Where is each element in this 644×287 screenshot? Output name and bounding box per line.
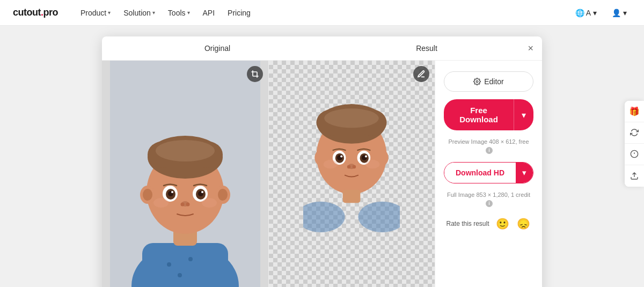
original-image (102, 61, 268, 287)
language-selector[interactable]: 🌐 A ▾ (571, 6, 601, 19)
nav-product[interactable]: Product ▾ (75, 5, 116, 20)
chevron-down-icon: ▾ (522, 168, 526, 177)
thumbs-down-button[interactable]: 😞 (516, 217, 531, 230)
result-image (269, 61, 435, 287)
free-download-button[interactable]: Free Download (444, 99, 514, 130)
svg-point-3 (167, 262, 171, 267)
svg-point-50 (365, 160, 379, 168)
right-sidebar: 🎁 (625, 101, 644, 187)
nav-solution[interactable]: Solution ▾ (118, 5, 160, 20)
svg-rect-2 (142, 243, 228, 287)
main-nav: Product ▾ Solution ▾ Tools ▾ API Pricing (75, 5, 571, 20)
original-label: Original (113, 44, 322, 53)
edit-icon[interactable] (413, 66, 429, 82)
svg-point-25 (180, 203, 184, 207)
main-content: Original Result × (0, 26, 644, 287)
full-image-info: Full Image 853 × 1,280, 1 credit i (444, 191, 533, 208)
svg-point-54 (476, 80, 478, 83)
svg-point-44 (340, 155, 342, 157)
dialog-header-cols: Original Result (113, 44, 531, 53)
free-download-group: Free Download ▾ (444, 99, 533, 130)
svg-point-23 (201, 191, 203, 193)
original-image-pane (102, 61, 269, 287)
chevron-down-icon: ▾ (108, 10, 111, 16)
thumbs-up-button[interactable]: 🙂 (495, 217, 510, 230)
alert-sidebar-button[interactable] (625, 144, 644, 165)
svg-point-15 (156, 140, 215, 161)
close-button[interactable]: × (528, 43, 533, 53)
nav-api[interactable]: API (197, 5, 221, 20)
rate-section: Rate this result 🙂 😞 (444, 217, 533, 230)
download-hd-button[interactable]: Download HD (444, 163, 516, 183)
svg-point-49 (324, 160, 338, 168)
svg-point-45 (365, 155, 367, 157)
header-right: 🌐 A ▾ 👤 ▾ (571, 6, 631, 19)
svg-point-10 (143, 189, 152, 201)
info-icon-hd[interactable]: i (486, 200, 493, 207)
side-panel: Editor Free Download ▾ Preview Image 408… (435, 61, 542, 287)
refresh-sidebar-button[interactable] (625, 122, 644, 144)
editor-button[interactable]: Editor (444, 71, 533, 92)
crop-icon[interactable] (247, 66, 263, 82)
svg-point-26 (186, 203, 189, 207)
chevron-down-icon: ▾ (187, 10, 190, 16)
dialog-header: Original Result × (102, 36, 542, 61)
svg-point-28 (202, 198, 217, 208)
svg-point-47 (347, 165, 351, 169)
gift-sidebar-button[interactable]: 🎁 (625, 101, 644, 122)
user-menu[interactable]: 👤 ▾ (608, 6, 631, 19)
header: cutout.pro Product ▾ Solution ▾ Tools ▾ … (0, 0, 644, 26)
svg-point-27 (153, 198, 169, 208)
svg-point-11 (218, 189, 228, 201)
svg-point-53 (358, 202, 400, 232)
svg-point-22 (171, 191, 173, 193)
svg-point-37 (325, 108, 379, 128)
download-hd-group: Download HD ▾ (444, 162, 533, 183)
nav-tools[interactable]: Tools ▾ (163, 5, 195, 20)
editor-icon (473, 78, 481, 85)
download-hd-dropdown-button[interactable]: ▾ (516, 163, 533, 183)
chevron-down-icon: ▾ (623, 9, 627, 17)
nav-pricing[interactable]: Pricing (222, 5, 256, 20)
logo[interactable]: cutout.pro (13, 7, 58, 18)
upload-sidebar-button[interactable] (625, 165, 644, 187)
svg-rect-51 (343, 190, 361, 203)
svg-point-5 (188, 257, 193, 261)
chevron-down-icon: ▾ (152, 10, 155, 16)
info-icon[interactable]: i (486, 147, 493, 154)
free-download-dropdown-button[interactable]: ▾ (514, 99, 533, 130)
images-row: Editor Free Download ▾ Preview Image 408… (102, 61, 542, 287)
svg-point-4 (178, 273, 182, 277)
svg-point-52 (303, 202, 345, 232)
result-image-pane (269, 61, 435, 287)
chevron-down-icon: ▾ (522, 111, 526, 120)
svg-point-48 (353, 165, 356, 169)
preview-info: Preview Image 408 × 612, free i (444, 138, 533, 154)
chevron-down-icon: ▾ (593, 9, 597, 17)
result-label: Result (322, 44, 531, 53)
result-dialog: Original Result × (102, 36, 542, 287)
